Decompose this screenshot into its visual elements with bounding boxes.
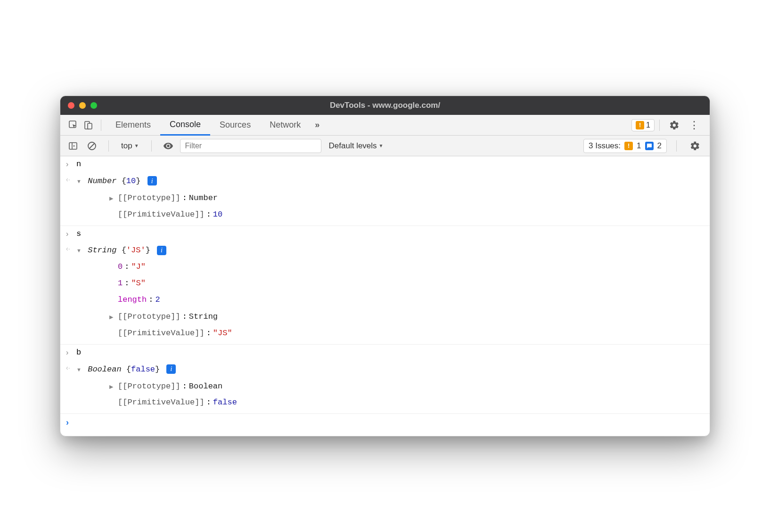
maximize-window-button[interactable] bbox=[90, 102, 97, 109]
devtools-window: DevTools - www.google.com/ Elements Cons… bbox=[60, 96, 710, 436]
chevron-down-icon: ▼ bbox=[379, 143, 384, 148]
svg-line-5 bbox=[90, 144, 94, 148]
toggle-console-sidebar-icon[interactable] bbox=[66, 139, 80, 153]
expand-toggle[interactable] bbox=[109, 379, 116, 393]
more-menu-icon[interactable]: ⋮ bbox=[684, 119, 704, 131]
tab-network[interactable]: Network bbox=[260, 115, 310, 136]
inspect-element-icon[interactable] bbox=[66, 118, 81, 133]
property-value: 10 bbox=[213, 208, 222, 222]
warnings-badge[interactable]: ! 1 bbox=[631, 119, 655, 131]
constructor-name: Boolean bbox=[88, 365, 126, 374]
property-row: [[PrimitiveValue]]: false bbox=[60, 395, 710, 414]
input-marker-icon bbox=[66, 346, 76, 360]
log-levels-selector[interactable]: Default levels ▼ bbox=[326, 141, 386, 151]
summary-value: 10 bbox=[126, 177, 136, 185]
input-marker-icon bbox=[66, 227, 76, 241]
console-output-row: ‹· String {'JS'} i bbox=[60, 242, 710, 259]
summary-value: 'JS' bbox=[126, 246, 146, 255]
console-output: n‹· Number {10} i [[Prototype]]: Number … bbox=[60, 156, 710, 436]
svg-rect-3 bbox=[69, 143, 77, 149]
traffic-lights bbox=[68, 102, 97, 109]
tab-elements[interactable]: Elements bbox=[106, 115, 160, 136]
property-value: 2 bbox=[155, 293, 160, 307]
devtools-tabbar: Elements Console Sources Network » ! 1 ⋮ bbox=[60, 115, 710, 136]
input-marker-icon bbox=[66, 158, 76, 171]
filter-input[interactable] bbox=[180, 139, 321, 153]
property-key: [[PrimitiveValue]] bbox=[118, 396, 205, 410]
issues-label: 3 Issues: bbox=[589, 141, 621, 151]
console-input-text: s bbox=[76, 227, 704, 241]
tab-console[interactable]: Console bbox=[160, 115, 210, 136]
svg-rect-2 bbox=[88, 123, 92, 129]
property-key: length bbox=[118, 293, 147, 307]
warning-icon: ! bbox=[636, 121, 644, 129]
context-selector-label: top bbox=[121, 141, 132, 151]
tab-sources[interactable]: Sources bbox=[210, 115, 260, 136]
summary-value: false bbox=[131, 365, 155, 374]
property-value: "JS" bbox=[213, 327, 232, 340]
property-key: [[Prototype]] bbox=[118, 380, 180, 394]
minimize-window-button[interactable] bbox=[79, 102, 86, 109]
context-selector[interactable]: top ▼ bbox=[118, 141, 142, 151]
info-icon[interactable]: i bbox=[166, 364, 176, 374]
info-icon[interactable]: i bbox=[147, 176, 157, 185]
live-expression-icon[interactable] bbox=[161, 139, 175, 153]
console-output-row: ‹· Boolean {false} i bbox=[60, 361, 710, 378]
device-toolbar-icon[interactable] bbox=[81, 118, 96, 133]
divider bbox=[108, 140, 109, 152]
issues-warn-count: 1 bbox=[637, 141, 641, 151]
expand-toggle[interactable] bbox=[76, 363, 83, 376]
info-icon[interactable]: i bbox=[157, 246, 166, 255]
console-toolbar: top ▼ Default levels ▼ 3 Issues: ! 1 2 bbox=[60, 136, 710, 156]
property-value: String bbox=[189, 310, 218, 324]
divider bbox=[101, 120, 101, 131]
property-row: length: 2 bbox=[60, 292, 710, 308]
property-key: [[Prototype]] bbox=[118, 192, 180, 205]
property-key: 0 bbox=[118, 260, 123, 274]
property-row: 1: "S" bbox=[60, 275, 710, 292]
property-row: [[Prototype]]: Number bbox=[60, 190, 710, 207]
prompt-marker-icon bbox=[66, 415, 76, 430]
property-key: [[PrimitiveValue]] bbox=[118, 208, 205, 222]
output-marker-icon: ‹· bbox=[66, 174, 76, 188]
property-key: [[Prototype]] bbox=[118, 310, 180, 324]
property-row: [[PrimitiveValue]]: 10 bbox=[60, 207, 710, 226]
constructor-name: String bbox=[88, 246, 121, 255]
property-key: [[PrimitiveValue]] bbox=[118, 327, 205, 340]
output-marker-icon: ‹· bbox=[66, 243, 76, 258]
issues-msg-count: 2 bbox=[657, 141, 662, 151]
console-prompt[interactable] bbox=[60, 414, 710, 431]
warning-icon: ! bbox=[624, 142, 633, 150]
close-window-button[interactable] bbox=[68, 102, 74, 109]
property-row: [[Prototype]]: String bbox=[60, 308, 710, 325]
property-row: [[Prototype]]: Boolean bbox=[60, 378, 710, 395]
console-settings-icon[interactable] bbox=[686, 141, 704, 151]
warnings-count: 1 bbox=[646, 121, 650, 129]
console-input-row: s bbox=[60, 226, 710, 242]
window-title: DevTools - www.google.com/ bbox=[60, 101, 710, 110]
divider bbox=[151, 140, 152, 152]
property-value: "S" bbox=[131, 277, 146, 290]
property-value: Number bbox=[189, 192, 218, 205]
property-value: "J" bbox=[131, 260, 146, 274]
issues-summary[interactable]: 3 Issues: ! 1 2 bbox=[583, 139, 667, 153]
tabs-overflow-button[interactable]: » bbox=[310, 115, 324, 136]
expand-toggle[interactable] bbox=[76, 243, 83, 257]
log-levels-label: Default levels bbox=[329, 141, 377, 151]
expand-toggle[interactable] bbox=[109, 310, 116, 323]
property-key: 1 bbox=[118, 277, 123, 290]
property-value: false bbox=[213, 396, 237, 410]
titlebar: DevTools - www.google.com/ bbox=[60, 96, 710, 115]
console-output-row: ‹· Number {10} i bbox=[60, 173, 710, 190]
message-icon bbox=[645, 142, 654, 150]
console-input-row: n bbox=[60, 156, 710, 173]
expand-toggle[interactable] bbox=[76, 174, 83, 188]
console-input-text: n bbox=[76, 158, 704, 171]
expand-toggle[interactable] bbox=[109, 191, 116, 205]
output-marker-icon: ‹· bbox=[66, 363, 76, 377]
divider bbox=[676, 140, 677, 152]
clear-console-icon[interactable] bbox=[85, 139, 99, 153]
property-row: 0: "J" bbox=[60, 259, 710, 275]
settings-icon[interactable] bbox=[664, 120, 684, 130]
constructor-name: Number bbox=[88, 177, 121, 185]
